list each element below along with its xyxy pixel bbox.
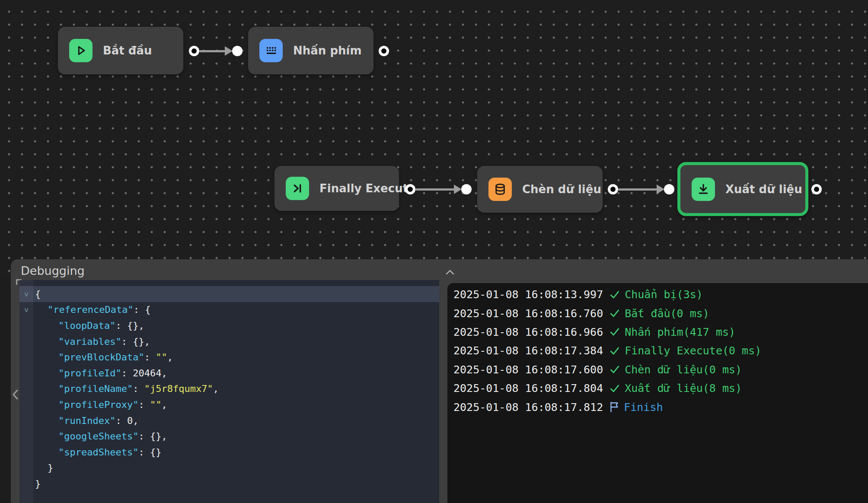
json-lines: v{v"referenceData": {"loopData": {},"var… bbox=[19, 286, 439, 492]
output-port[interactable] bbox=[189, 46, 199, 56]
json-token-key: "spreadSheets" bbox=[58, 447, 138, 458]
json-token-key: "referenceData" bbox=[48, 304, 134, 315]
json-token-plain: { bbox=[35, 289, 41, 299]
json-token-plain: , bbox=[133, 415, 138, 426]
log-entry: 2025-01-08 16:08:16.760Bắt đầu(0 ms) bbox=[453, 304, 761, 322]
input-port[interactable] bbox=[232, 46, 243, 56]
json-token-plain: 20464 bbox=[133, 368, 161, 379]
json-gutter bbox=[19, 349, 33, 365]
log-message: Chèn dữ liệu(0 ms) bbox=[625, 363, 742, 376]
output-port[interactable] bbox=[379, 46, 389, 56]
connector-wire bbox=[415, 188, 454, 191]
json-line[interactable]: "runIndex": 0, bbox=[19, 413, 439, 429]
json-code: } bbox=[33, 476, 439, 492]
log-message: Xuất dữ liệu(8 ms) bbox=[625, 382, 742, 395]
log-lines: 2025-01-08 16:08:13.997Chuẩn bị(3s)2025-… bbox=[453, 285, 761, 417]
json-code: "variables": {}, bbox=[33, 334, 439, 350]
flow-canvas[interactable]: Bắt đầu Nhấn phím Finally Execute bbox=[0, 0, 868, 277]
json-gutter bbox=[19, 413, 33, 429]
collapse-arrow-icon[interactable]: v bbox=[19, 286, 33, 302]
json-gutter bbox=[19, 444, 33, 460]
json-token-plain: : {} bbox=[138, 447, 161, 458]
node-nhan-phim[interactable]: Nhấn phím bbox=[248, 27, 373, 74]
json-token-plain: 0 bbox=[127, 415, 133, 426]
log-entry: 2025-01-08 16:08:17.600Chèn dữ liệu(0 ms… bbox=[453, 360, 761, 379]
json-gutter bbox=[19, 428, 33, 444]
log-entry: 2025-01-08 16:08:17.812Finish bbox=[453, 398, 761, 416]
workflow-editor: Bắt đầu Nhấn phím Finally Execute bbox=[0, 0, 868, 503]
log-entry: 2025-01-08 16:08:13.997Chuẩn bị(3s) bbox=[453, 285, 761, 304]
download-icon bbox=[692, 178, 715, 201]
log-timestamp: 2025-01-08 16:08:17.812 bbox=[453, 401, 603, 414]
input-port[interactable] bbox=[461, 184, 472, 194]
node-xuat-du-lieu[interactable]: Xuất dữ liệu bbox=[677, 162, 808, 216]
check-icon bbox=[609, 345, 620, 357]
json-token-key: "runIndex" bbox=[58, 415, 115, 426]
connector-arrow-icon bbox=[454, 185, 462, 194]
log-message: Finally Execute(0 ms) bbox=[625, 344, 761, 357]
output-port[interactable] bbox=[405, 184, 415, 194]
json-code: "spreadSheets": {} bbox=[33, 444, 439, 460]
json-token-plain: : {}, bbox=[138, 431, 167, 442]
check-icon bbox=[609, 383, 620, 394]
json-token-plain: , bbox=[167, 352, 173, 363]
json-token-key: "profileProxy" bbox=[58, 399, 138, 410]
keyboard-icon bbox=[259, 39, 283, 62]
json-token-key: "loopData" bbox=[58, 320, 115, 331]
json-line[interactable]: "googleSheets": {}, bbox=[19, 428, 439, 444]
json-line[interactable]: "variables": {}, bbox=[19, 334, 439, 350]
collapse-arrow-icon[interactable]: v bbox=[19, 302, 33, 318]
json-token-plain: : bbox=[121, 368, 133, 379]
json-gutter bbox=[19, 397, 33, 413]
log-timestamp: 2025-01-08 16:08:16.760 bbox=[453, 307, 603, 320]
json-debug-viewer[interactable]: v{v"referenceData": {"loopData": {},"var… bbox=[19, 280, 439, 503]
log-message: Chuẩn bị(3s) bbox=[625, 288, 703, 301]
json-line[interactable]: "prevBlockData": "", bbox=[19, 349, 439, 365]
output-port[interactable] bbox=[811, 184, 822, 194]
json-token-key: "profileId" bbox=[58, 368, 121, 379]
json-line[interactable]: v"referenceData": { bbox=[19, 302, 439, 318]
json-token-plain: , bbox=[161, 368, 167, 379]
chevron-up-icon[interactable] bbox=[444, 268, 456, 277]
log-message: Nhấn phím(417 ms) bbox=[625, 326, 735, 338]
input-port[interactable] bbox=[664, 184, 674, 194]
connector-arrow-icon bbox=[225, 46, 233, 56]
json-gutter bbox=[19, 381, 33, 397]
debugging-panel: Debugging v{v"referenceData": {"loopData… bbox=[11, 259, 868, 503]
json-line[interactable]: "profileName": "j5r8fqumx7", bbox=[19, 381, 439, 397]
connector-wire bbox=[199, 50, 225, 52]
json-gutter bbox=[19, 318, 33, 334]
json-token-key: "variables" bbox=[58, 336, 121, 347]
log-timestamp: 2025-01-08 16:08:17.600 bbox=[453, 363, 603, 376]
json-code: "referenceData": { bbox=[33, 302, 439, 318]
json-line[interactable]: } bbox=[19, 460, 439, 476]
json-token-plain: : bbox=[138, 399, 150, 410]
json-line[interactable]: "profileProxy": "", bbox=[19, 397, 439, 413]
node-chen-du-lieu[interactable]: Chèn dữ liệu bbox=[477, 166, 603, 213]
json-code: "runIndex": 0, bbox=[33, 413, 439, 429]
json-token-plain: : bbox=[115, 415, 127, 426]
flag-icon bbox=[609, 401, 619, 413]
json-line[interactable]: "loopData": {}, bbox=[19, 318, 439, 334]
node-label: Nhấn phím bbox=[293, 44, 362, 57]
json-token-plain: , bbox=[213, 383, 219, 394]
json-line[interactable]: } bbox=[19, 476, 439, 492]
json-line[interactable]: "profileId": 20464, bbox=[19, 365, 439, 381]
node-label: Bắt đầu bbox=[103, 44, 152, 57]
json-line[interactable]: v{ bbox=[19, 286, 439, 302]
json-code: "loopData": {}, bbox=[33, 318, 439, 334]
json-token-str: "" bbox=[150, 399, 162, 410]
node-label: Chèn dữ liệu bbox=[522, 183, 601, 196]
check-icon bbox=[609, 289, 620, 300]
database-icon bbox=[488, 178, 512, 201]
log-message: Bắt đầu(0 ms) bbox=[625, 307, 709, 320]
json-code: "profileName": "j5r8fqumx7", bbox=[33, 381, 439, 397]
json-gutter bbox=[19, 476, 33, 492]
json-line[interactable]: "spreadSheets": {} bbox=[19, 444, 439, 460]
execution-log-panel[interactable]: 2025-01-08 16:08:13.997Chuẩn bị(3s)2025-… bbox=[447, 283, 868, 503]
node-bat-dau[interactable]: Bắt đầu bbox=[58, 27, 183, 74]
json-gutter bbox=[19, 334, 33, 350]
node-finally-execute[interactable]: Finally Execute bbox=[274, 166, 399, 211]
json-token-plain: : bbox=[133, 383, 144, 394]
output-port[interactable] bbox=[608, 184, 618, 194]
